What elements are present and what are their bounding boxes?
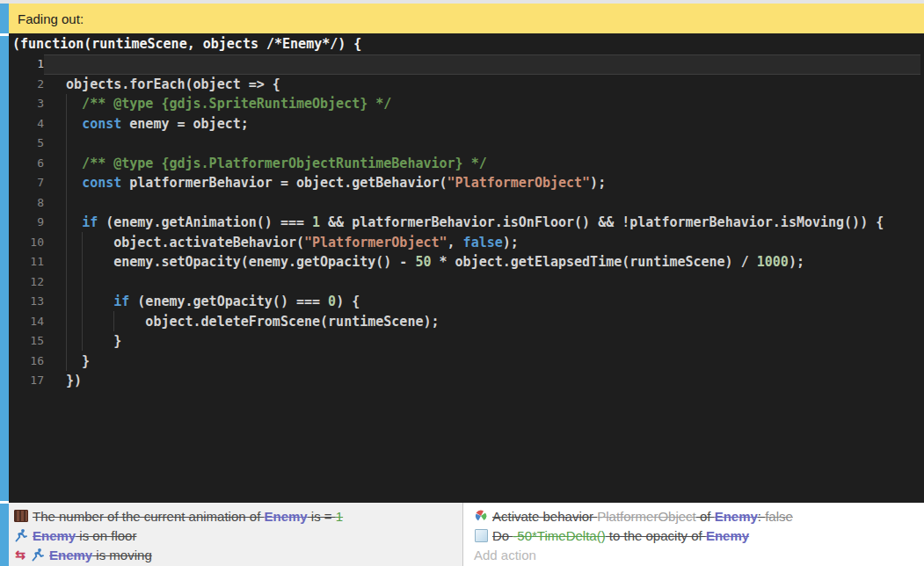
code-line: 7 const platformerBehavior = object.getB… [9, 173, 924, 193]
code-line: 3 /** @type {gdjs.SpriteRuntimeObject} *… [9, 94, 924, 114]
js-code-epilogue-row: })(runtimeScene, objects /*Enemy*/); // … [9, 476, 924, 503]
code-line-text: } [44, 352, 920, 372]
add-action-button[interactable]: Add action [463, 545, 924, 564]
code-line-text: if (enemy.getAnimation() === 1 && platfo… [44, 213, 920, 233]
line-number: 5 [9, 134, 44, 154]
conditions-panel: The number of the current animation of E… [9, 503, 462, 566]
line-number: 2 [9, 75, 44, 95]
code-line-text: const enemy = object; [44, 114, 920, 134]
line-number: 4 [9, 114, 44, 134]
line-number: 13 [9, 292, 44, 312]
event-comment-header[interactable]: Fading out: [9, 4, 924, 33]
condition-text: Enemy is moving [49, 548, 152, 562]
invert-icon: ⇆ [14, 548, 26, 562]
code-line-text [44, 134, 920, 154]
code-lines: 12 objects.forEach(object => {3 /** @typ… [9, 54, 924, 391]
code-line: 11 enemy.setOpacity(enemy.getOpacity() -… [9, 252, 924, 272]
line-number: 7 [9, 173, 44, 193]
code-line: 6 /** @type {gdjs.PlatformerObjectRuntim… [9, 154, 924, 174]
code-line: 12 [9, 272, 924, 293]
action-row[interactable]: Activate behavior PlatformerObject of En… [463, 506, 924, 526]
line-number: 16 [9, 352, 44, 372]
code-line: 4 const enemy = object; [9, 114, 924, 134]
condition-row[interactable]: The number of the current animation of E… [9, 506, 462, 526]
code-line-text: object.activateBehavior("PlatformerObjec… [44, 233, 920, 253]
condition-text: Enemy is on floor [33, 528, 136, 543]
platformer-icon [31, 548, 45, 562]
action-text: Activate behavior PlatformerObject of En… [492, 509, 793, 524]
condition-row[interactable]: ⇆Enemy is moving [9, 545, 462, 564]
platformer-icon [14, 528, 28, 542]
code-line: 8 [9, 193, 924, 214]
action-text: Do -50*TimeDelta() to the opacity of Ene… [492, 528, 749, 543]
line-number: 11 [9, 252, 44, 272]
code-line-text [44, 193, 920, 214]
gdevelop-event-sheet: Fading out: (function(runtimeScene, obje… [0, 0, 924, 566]
code-line: 14 object.deleteFromScene(runtimeScene); [9, 312, 924, 332]
event-comment-label: Fading out: [18, 11, 84, 26]
behavior-icon [474, 509, 488, 523]
code-line: 2 objects.forEach(object => { [9, 75, 924, 95]
indent-guide [66, 94, 67, 371]
opacity-icon [474, 528, 488, 542]
code-line-text: /** @type {gdjs.PlatformerObjectRuntimeB… [44, 154, 920, 174]
line-number: 9 [9, 213, 44, 233]
line-number: 12 [9, 272, 44, 293]
animation-icon [14, 509, 28, 523]
code-line: 1 [9, 54, 924, 75]
event-selection-bar [0, 36, 9, 501]
event-selection-bar [0, 4, 9, 33]
code-line-text: if (enemy.getOpacity() === 0) { [44, 292, 920, 312]
code-line-text: } [44, 331, 920, 352]
actions-panel: Activate behavior PlatformerObject of En… [463, 503, 924, 566]
js-code-prologue: (function(runtimeScene, objects /*Enemy*… [9, 33, 924, 54]
line-number: 14 [9, 312, 44, 332]
code-line: 15 } [9, 331, 924, 352]
line-number: 17 [9, 371, 44, 391]
code-line-text: }) [44, 371, 920, 391]
code-line-text [44, 54, 920, 75]
line-number: 3 [9, 94, 44, 114]
line-number: 10 [9, 233, 44, 253]
code-line-text: object.deleteFromScene(runtimeScene); [44, 312, 920, 332]
code-line: 10 object.activateBehavior("PlatformerOb… [9, 233, 924, 253]
action-row[interactable]: Do -50*TimeDelta() to the opacity of Ene… [463, 526, 924, 545]
condition-row[interactable]: Enemy is on floor [9, 526, 462, 545]
code-line: 13 if (enemy.getOpacity() === 0) { [9, 292, 924, 312]
indent-guide [82, 232, 83, 351]
indent-guide [113, 311, 114, 331]
line-number: 6 [9, 154, 44, 174]
code-line-text [44, 272, 920, 293]
code-line: 5 [9, 134, 924, 154]
code-line-text: /** @type {gdjs.SpriteRuntimeObject} */ [44, 94, 920, 114]
code-line: 9 if (enemy.getAnimation() === 1 && plat… [9, 213, 924, 233]
line-number: 8 [9, 193, 44, 214]
code-line-text: objects.forEach(object => { [44, 75, 920, 95]
line-number: 1 [9, 54, 44, 75]
code-line-text: enemy.setOpacity(enemy.getOpacity() - 50… [44, 252, 920, 272]
condition-text: The number of the current animation of E… [33, 509, 343, 524]
code-line: 16 } [9, 352, 924, 372]
line-number: 15 [9, 331, 44, 352]
events-section: The number of the current animation of E… [9, 503, 924, 566]
code-line-text: const platformerBehavior = object.getBeh… [44, 173, 920, 193]
event-selection-bar [0, 504, 9, 566]
js-code-editor[interactable]: (function(runtimeScene, objects /*Enemy*… [9, 33, 924, 503]
code-line: 17 }) [9, 371, 924, 391]
